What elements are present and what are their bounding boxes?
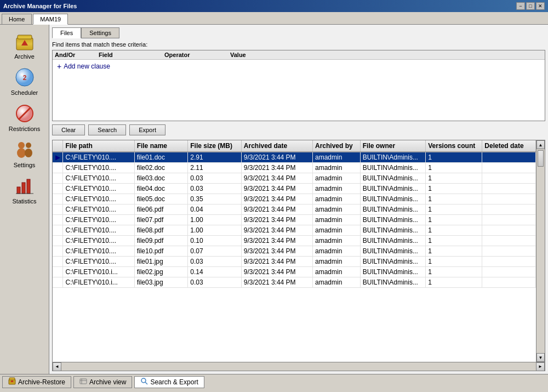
table-row[interactable]: C:\FILETY\010....file10.pdf0.079/3/2021 … <box>53 246 536 257</box>
cell-6: BUILTIN\Adminis... <box>360 184 425 194</box>
table-row[interactable]: C:\FILETY\010....file09.pdf0.109/3/2021 … <box>53 236 536 246</box>
file-table-container: File path File name File size (MB) Archi… <box>52 140 545 371</box>
cell-5: amadmin <box>313 204 361 215</box>
sidebar-item-restrictions[interactable]: Restrictions <box>3 100 47 135</box>
cell-5: amadmin <box>313 257 361 267</box>
cell-7: 1 <box>426 267 482 277</box>
table-row[interactable]: C:\FILETY\010.i...file03.jpg0.039/3/2021… <box>53 277 536 288</box>
table-row[interactable]: C:\FILETY\010....file02.doc2.119/3/2021 … <box>53 163 536 173</box>
bottom-tab-archive-restore[interactable]: Archive-Restore <box>2 376 71 388</box>
row-indicator <box>53 184 63 194</box>
bottom-tab-archive-view[interactable]: Archive view <box>73 376 132 388</box>
criteria-box: And/Or Field Operator Value + Add new cl… <box>52 50 545 121</box>
cell-3: 0.03 <box>188 277 242 288</box>
cell-7: 1 <box>426 184 482 194</box>
restore-button[interactable]: □ <box>526 2 535 10</box>
cell-3: 0.07 <box>188 246 242 257</box>
cell-2: file04.doc <box>134 184 188 194</box>
cell-1: C:\FILETY\010.i... <box>63 277 134 288</box>
cell-2: file03.jpg <box>134 277 188 288</box>
restrictions-icon <box>14 103 36 124</box>
sidebar-item-scheduler[interactable]: 2 Scheduler <box>3 64 47 99</box>
cell-3: 2.11 <box>188 163 242 173</box>
row-indicator <box>53 277 63 288</box>
scroll-up-button[interactable]: ▲ <box>536 140 545 149</box>
table-row[interactable]: C:\FILETY\010....file07.pdf1.009/3/2021 … <box>53 215 536 225</box>
cell-6: BUILTIN\Adminis... <box>360 257 425 267</box>
cell-4: 9/3/2021 3:44 PM <box>241 163 312 173</box>
cell-7: 1 <box>426 236 482 246</box>
sidebar-item-archive[interactable]: Archive <box>3 27 47 63</box>
bottom-tab-archive-view-label: Archive view <box>89 378 126 386</box>
inner-tab-bar: Files Settings <box>52 27 545 38</box>
bottom-tab-search-export[interactable]: Search & Export <box>134 376 204 388</box>
svg-rect-18 <box>80 379 87 384</box>
cell-5: amadmin <box>313 246 361 257</box>
col-filename: File name <box>134 140 188 152</box>
tab-files[interactable]: Files <box>52 27 81 38</box>
clear-button[interactable]: Clear <box>52 124 85 135</box>
cell-8 <box>482 225 536 236</box>
cell-1: C:\FILETY\010.... <box>63 215 134 225</box>
svg-point-7 <box>18 142 25 149</box>
cell-1: C:\FILETY\010.... <box>63 204 134 215</box>
table-row[interactable]: C:\FILETY\010.i...file02.jpg0.149/3/2021… <box>53 267 536 277</box>
table-row[interactable]: C:\FILETY\010....file03.doc0.039/3/2021 … <box>53 173 536 184</box>
table-body: ▶C:\FILETY\010....file01.doc2.919/3/2021… <box>53 152 536 288</box>
col-archivedate: Archived date <box>241 140 312 152</box>
bottom-tab-archive-restore-label: Archive-Restore <box>18 378 65 386</box>
table-row[interactable]: C:\FILETY\010....file01.jpg0.039/3/2021 … <box>53 257 536 267</box>
table-scroll-area[interactable]: File path File name File size (MB) Archi… <box>53 140 536 362</box>
cell-4: 9/3/2021 3:44 PM <box>241 194 312 204</box>
add-clause-button[interactable]: + Add new clause <box>53 60 545 73</box>
cell-3: 0.03 <box>188 173 242 184</box>
table-row[interactable]: C:\FILETY\010....file04.doc0.039/3/2021 … <box>53 184 536 194</box>
cell-8 <box>482 267 536 277</box>
tab-settings[interactable]: Settings <box>81 27 119 38</box>
scrollbar-thumb[interactable] <box>538 150 544 167</box>
title-bar: Archive Manager for Files − □ ✕ <box>0 0 548 12</box>
table-row[interactable]: C:\FILETY\010....file05.doc0.359/3/2021 … <box>53 194 536 204</box>
sidebar-item-statistics[interactable]: Statistics <box>3 172 47 207</box>
sidebar-item-settings[interactable]: Settings <box>3 136 47 171</box>
cell-1: C:\FILETY\010.... <box>63 173 134 184</box>
export-button[interactable]: Export <box>129 124 165 135</box>
criteria-header: And/Or Field Operator Value <box>53 50 545 60</box>
cell-2: file07.pdf <box>134 215 188 225</box>
tab-home[interactable]: Home <box>2 14 32 24</box>
cell-1: C:\FILETY\010.... <box>63 184 134 194</box>
table-row[interactable]: C:\FILETY\010....file06.pdf0.049/3/2021 … <box>53 204 536 215</box>
cell-3: 0.10 <box>188 236 242 246</box>
scroll-down-button[interactable]: ▼ <box>536 353 545 362</box>
cell-5: amadmin <box>313 163 361 173</box>
cell-4: 9/3/2021 3:44 PM <box>241 236 312 246</box>
cell-2: file01.jpg <box>134 257 188 267</box>
scroll-left-button[interactable]: ◄ <box>53 362 61 371</box>
table-row[interactable]: C:\FILETY\010....file08.pdf1.009/3/2021 … <box>53 225 536 236</box>
row-indicator <box>53 173 63 184</box>
cell-4: 9/3/2021 3:44 PM <box>241 246 312 257</box>
scroll-right-button[interactable]: ► <box>536 362 545 371</box>
tab-mam19[interactable]: MAM19 <box>33 14 68 25</box>
plus-icon: + <box>57 62 61 71</box>
col-fileowner: File owner <box>360 140 425 152</box>
cell-4: 9/3/2021 3:44 PM <box>241 152 312 163</box>
svg-text:2: 2 <box>22 74 26 82</box>
row-indicator <box>53 225 63 236</box>
cell-7: 1 <box>426 215 482 225</box>
svg-rect-12 <box>22 183 25 194</box>
sidebar-item-statistics-label: Statistics <box>12 198 36 204</box>
scheduler-icon: 2 <box>14 66 36 88</box>
cell-2: file03.doc <box>134 173 188 184</box>
cell-2: file02.doc <box>134 163 188 173</box>
cell-6: BUILTIN\Adminis... <box>360 152 425 163</box>
cell-6: BUILTIN\Adminis... <box>360 225 425 236</box>
close-button[interactable]: ✕ <box>536 2 545 10</box>
table-row[interactable]: ▶C:\FILETY\010....file01.doc2.919/3/2021… <box>53 152 536 163</box>
search-button[interactable]: Search <box>88 124 126 135</box>
col-arrow <box>53 140 63 152</box>
vertical-scrollbar[interactable]: ▲ ▼ <box>536 140 545 362</box>
minimize-button[interactable]: − <box>516 2 525 10</box>
cell-3: 0.03 <box>188 184 242 194</box>
cell-3: 0.35 <box>188 194 242 204</box>
